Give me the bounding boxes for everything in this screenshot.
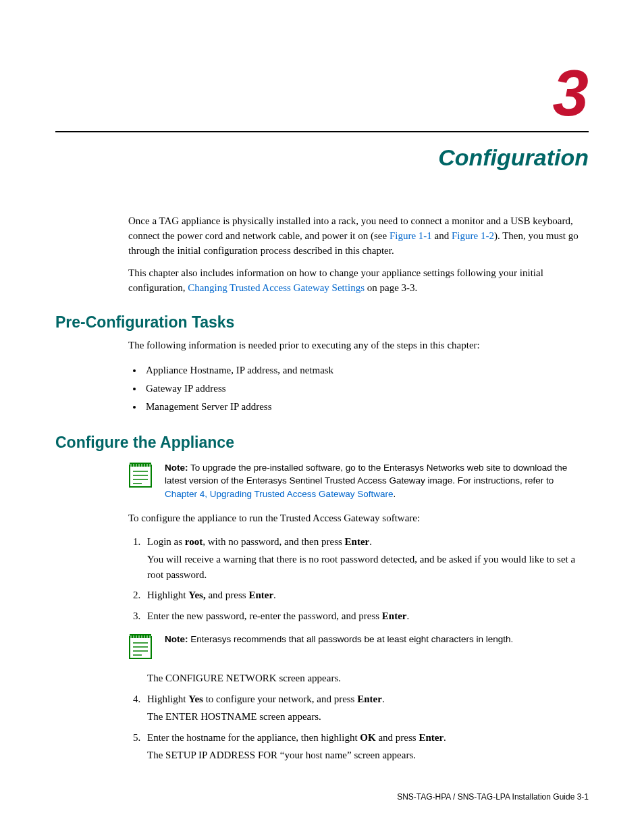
step-keyword: Enter <box>419 732 444 743</box>
heading-pre-configuration-tasks: Pre-Configuration Tasks <box>55 313 589 332</box>
page-footer: SNS-TAG-HPA / SNS-TAG-LPA Installation G… <box>397 792 589 802</box>
step-1: Login as root, with no password, and the… <box>143 534 589 583</box>
title-rule <box>55 131 589 132</box>
link-figure-1-2[interactable]: Figure 1-2 <box>452 230 494 241</box>
step-keyword: Yes <box>188 694 203 704</box>
note-text: Note: Enterasys recommends that all pass… <box>165 633 513 646</box>
step-keyword: Enter <box>248 590 273 600</box>
step-text: Highlight <box>147 590 188 600</box>
step-text: and press <box>206 590 249 600</box>
configuration-steps: Login as root, with no password, and the… <box>128 534 589 763</box>
intro-paragraph-2: This chapter also includes information o… <box>128 266 589 296</box>
step-text: . <box>273 590 276 600</box>
step-text: . <box>369 536 372 547</box>
note-body: . <box>393 489 396 499</box>
step-keyword: OK <box>360 732 375 743</box>
chapter-title: Configuration <box>55 145 589 171</box>
note-icon <box>128 461 153 488</box>
step-subtext: The SETUP IP ADDRESS FOR “your host name… <box>147 748 589 763</box>
note-body: To upgrade the pre-installed software, g… <box>165 463 567 486</box>
step-text: Enter the hostname for the appliance, th… <box>147 732 360 743</box>
step-text: Highlight <box>147 694 188 704</box>
step-text: . <box>382 694 385 704</box>
note-block-1: Note: To upgrade the pre-installed softw… <box>128 461 589 501</box>
list-item: Management Server IP address <box>143 398 589 416</box>
list-item: Gateway IP address <box>143 380 589 398</box>
step-text: and press <box>376 732 419 743</box>
svg-rect-1 <box>130 463 151 467</box>
intro-text: and <box>432 230 452 241</box>
step-4: Highlight Yes to configure your network,… <box>143 692 589 725</box>
note-label: Note: <box>165 463 188 473</box>
list-item: Appliance Hostname, IP address, and netm… <box>143 361 589 380</box>
intro-paragraph-1: Once a TAG appliance is physically insta… <box>128 214 589 258</box>
step-keyword: Yes, <box>188 590 205 600</box>
link-chapter-4[interactable]: Chapter 4, Upgrading Trusted Access Gate… <box>165 489 393 499</box>
note-body: Enterasys recommends that all passwords … <box>188 634 514 644</box>
step-5: Enter the hostname for the appliance, th… <box>143 730 589 763</box>
section1-lead: The following information is needed prio… <box>128 338 589 353</box>
step-3: Enter the new password, re-enter the pas… <box>143 608 589 686</box>
step-text: , with no password, and then press <box>203 536 344 547</box>
note-text: Note: To upgrade the pre-installed softw… <box>165 461 589 501</box>
step-subtext: The CONFIGURE NETWORK screen appears. <box>147 671 589 686</box>
step-keyword: root <box>185 536 203 547</box>
heading-configure-the-appliance: Configure the Appliance <box>55 434 589 452</box>
step-text: . <box>444 732 446 743</box>
note-icon <box>128 633 153 660</box>
step-keyword: Enter <box>345 536 370 547</box>
note-label: Note: <box>165 634 188 644</box>
note-block-2: Note: Enterasys recommends that all pass… <box>128 633 589 660</box>
step-text: Enter the new password, re-enter the pas… <box>147 610 382 621</box>
step-text: Login as <box>147 536 185 547</box>
section2-lead: To configure the appliance to run the Tr… <box>128 511 589 526</box>
link-figure-1-1[interactable]: Figure 1-1 <box>390 230 432 241</box>
chapter-number: 3 <box>55 61 589 126</box>
step-subtext: You will receive a warning that there is… <box>147 552 589 582</box>
step-keyword: Enter <box>382 610 407 621</box>
svg-rect-15 <box>130 634 151 638</box>
step-2: Highlight Yes, and press Enter. <box>143 588 589 603</box>
step-text: . <box>406 610 409 621</box>
intro-text: on page 3-3. <box>365 282 417 293</box>
requirements-list: Appliance Hostname, IP address, and netm… <box>128 361 589 416</box>
step-subtext: The ENTER HOSTNAME screen appears. <box>147 709 589 725</box>
step-text: to configure your network, and press <box>203 694 357 704</box>
link-changing-settings[interactable]: Changing Trusted Access Gateway Settings <box>188 282 365 293</box>
step-keyword: Enter <box>357 694 382 704</box>
